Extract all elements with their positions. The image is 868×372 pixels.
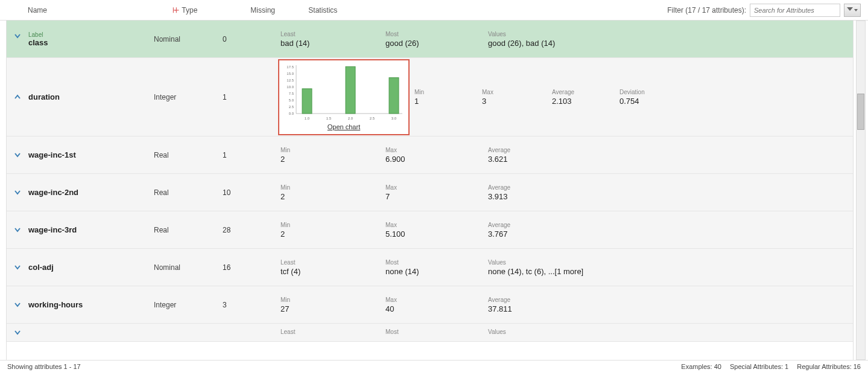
attr-type: Integer (154, 93, 223, 101)
stat-label: Least (280, 259, 385, 266)
attr-name: col-adj (28, 263, 54, 272)
stat-value: 6.900 (385, 155, 488, 164)
stat-label: Max (385, 297, 488, 303)
table-row[interactable]: Label class Nominal 0 Leastbad (14) Most… (7, 21, 853, 58)
table-row[interactable]: Least Most Values (7, 324, 853, 342)
stat-label: Average (488, 297, 853, 303)
stat-label: Max (385, 184, 488, 191)
stat-label: Average (488, 184, 853, 191)
svg-text:5.0: 5.0 (289, 98, 294, 102)
svg-text:1.0: 1.0 (305, 117, 310, 120)
filter-area: Filter (17 / 17 attributes): (667, 4, 861, 17)
svg-text:2.0: 2.0 (348, 117, 353, 120)
attr-type: Nominal (154, 263, 223, 272)
status-bar: Showing attributes 1 - 17 Examples: 40 S… (0, 360, 868, 372)
table-row[interactable]: wage-inc-3rd Real 28 Min2 Max5.100 Avera… (7, 211, 853, 249)
bar-chart-icon: 0.0 2.5 5.0 7.5 10.0 12.5 15.0 17.5 (282, 63, 406, 122)
stat-value: 40 (385, 304, 488, 313)
expand-toggle[interactable] (13, 188, 22, 197)
col-header-missing[interactable]: Missing (250, 6, 308, 14)
search-input[interactable] (750, 4, 840, 17)
table-header: Name ⊦·⊦ Type Missing Statistics Filter … (0, 0, 868, 21)
svg-text:15.0: 15.0 (287, 72, 294, 75)
expand-toggle[interactable] (13, 263, 22, 272)
table-row[interactable]: working-hours Integer 3 Min27 Max40 Aver… (7, 286, 853, 324)
stat-label: Min (280, 184, 385, 191)
expand-toggle[interactable] (13, 300, 22, 310)
expand-toggle[interactable] (13, 328, 22, 338)
svg-text:2.5: 2.5 (289, 105, 294, 109)
stat-label: Max (385, 147, 488, 153)
expand-toggle[interactable] (13, 31, 22, 41)
attr-type: Real (154, 226, 223, 234)
stat-value: good (26), bad (14) (488, 39, 853, 48)
attr-type: Nominal (154, 35, 223, 43)
stat-value: 5.100 (385, 229, 488, 239)
stat-label: Max (385, 222, 488, 228)
scrollbar-thumb[interactable] (857, 94, 864, 130)
stat-label: Min (280, 147, 385, 153)
col-header-name[interactable]: Name (28, 6, 169, 14)
col-header-statistics[interactable]: Statistics (308, 6, 646, 14)
filter-button[interactable] (844, 4, 861, 17)
stat-label: Values (488, 31, 853, 37)
stat-label: Min (280, 222, 385, 228)
chevron-down-icon (854, 9, 858, 11)
stat-label: Least (280, 31, 385, 37)
stat-value: 37.811 (488, 304, 853, 313)
attr-missing: 1 (223, 151, 280, 159)
svg-text:17.5: 17.5 (287, 65, 294, 69)
table-row[interactable]: col-adj Nominal 16 Leasttcf (4) Mostnone… (7, 249, 853, 286)
svg-text:3.0: 3.0 (391, 117, 397, 120)
stat-value: 1 (414, 97, 482, 106)
histogram-chart: 0.0 2.5 5.0 7.5 10.0 12.5 15.0 17.5 (278, 59, 410, 135)
attr-missing: 28 (223, 226, 280, 234)
stat-value: bad (14) (280, 39, 385, 48)
attr-type: Real (154, 188, 223, 197)
expand-toggle[interactable] (13, 225, 22, 235)
vertical-scrollbar[interactable] (856, 21, 866, 360)
stat-label: Most (385, 31, 488, 37)
attr-missing: 3 (223, 301, 280, 309)
stat-value: 2 (280, 192, 385, 201)
status-special: Special Attributes: 1 (730, 363, 788, 370)
svg-text:12.5: 12.5 (287, 79, 294, 82)
collapse-toggle[interactable] (13, 92, 22, 102)
open-chart-link[interactable]: Open chart (328, 123, 360, 130)
stat-label: Values (488, 259, 853, 266)
expand-toggle[interactable] (13, 150, 22, 160)
svg-text:10.0: 10.0 (287, 85, 294, 89)
stat-label: Min (280, 297, 385, 303)
stat-label: Min (414, 89, 482, 95)
stat-value: none (14) (385, 267, 488, 276)
stat-value: 27 (280, 304, 385, 313)
attr-type: Real (154, 151, 223, 159)
stat-value: none (14), tc (6), ...[1 more] (488, 267, 853, 276)
funnel-icon (847, 7, 853, 13)
attr-name: wage-inc-3rd (28, 225, 77, 234)
attr-name: duration (28, 92, 60, 101)
svg-text:7.5: 7.5 (289, 92, 294, 95)
stat-value: 2.103 (552, 97, 619, 106)
status-showing: Showing attributes 1 - 17 (7, 363, 81, 370)
column-resize-handle-icon[interactable]: ⊦·⊦ (169, 6, 182, 14)
stat-value: 3.913 (488, 192, 853, 201)
stat-label: Average (488, 147, 853, 153)
table-row[interactable]: wage-inc-1st Real 1 Min2 Max6.900 Averag… (7, 136, 853, 174)
table-row[interactable]: duration Integer 1 0.0 2.5 5.0 7.5 10.0 (7, 58, 853, 136)
bar (302, 88, 312, 113)
svg-text:0.0: 0.0 (289, 112, 294, 115)
stat-value: 3.767 (488, 229, 853, 239)
stat-label: Deviation (619, 89, 704, 95)
stat-label: Most (385, 259, 488, 266)
table-row[interactable]: wage-inc-2nd Real 10 Min2 Max7 Average3.… (7, 174, 853, 211)
attr-name: wage-inc-2nd (28, 188, 78, 197)
bar (389, 77, 399, 113)
attr-name: class (28, 38, 48, 47)
stat-label: Values (488, 329, 853, 335)
stat-value: 3 (482, 97, 552, 106)
svg-text:1.5: 1.5 (326, 117, 332, 120)
col-header-type[interactable]: Type (182, 6, 250, 14)
stat-value: 7 (385, 192, 488, 201)
attr-name: working-hours (28, 300, 83, 309)
